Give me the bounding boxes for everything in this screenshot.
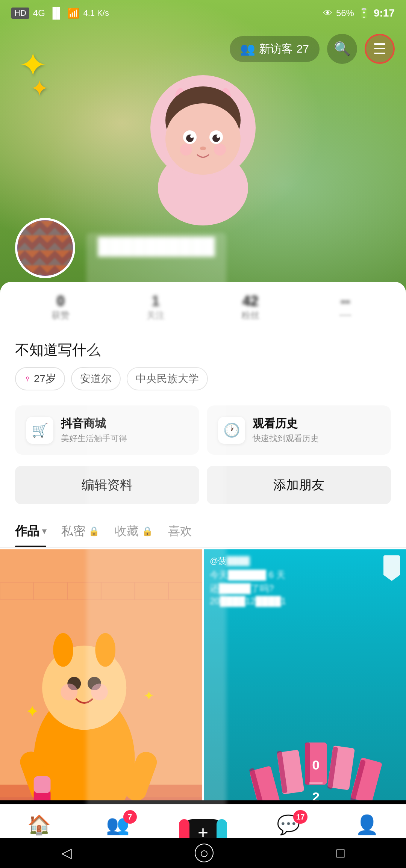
recent-button[interactable]: □	[336, 845, 345, 861]
video-line2: 还█████了吗?	[210, 582, 400, 594]
video-user-tag: @菠████	[210, 555, 400, 567]
history-text: 观看历史 快速找到观看历史	[253, 416, 319, 444]
svg-point-12	[190, 135, 193, 138]
speed-label: 4.1 K/s	[83, 8, 109, 18]
add-friend-button[interactable]: 添加朋友	[207, 466, 391, 504]
svg-point-13	[217, 135, 220, 138]
video-overlay-text: @菠████ 今天██████ 6 天 还█████了吗? 20████12██…	[210, 555, 400, 606]
status-bar: HD 4G ▐▌ 📶 4.1 K/s 👁 56% 🔋 9:17	[0, 0, 406, 26]
time-display: 9:17	[374, 7, 395, 19]
header-overlay: 👥 新访客 27 🔍 ☰	[0, 26, 406, 71]
status-right: 👁 56% 🔋 9:17	[323, 7, 395, 19]
battery-icon: 🔋	[358, 8, 370, 19]
search-button[interactable]: 🔍	[327, 34, 357, 64]
svg-text:—: —	[309, 774, 323, 789]
back-button[interactable]: ◁	[61, 845, 72, 861]
grid-item-video[interactable]: 0 — 2 @菠████ 今天██████ 6 天 还█████了吗? 20██…	[204, 549, 406, 800]
visitor-count: 27	[297, 42, 309, 55]
signal-4g: 4G	[33, 8, 45, 18]
avatar-area	[15, 218, 75, 823]
hd-label: HD	[11, 8, 29, 19]
menu-icon: ☰	[373, 40, 386, 57]
star-decoration-2: ✦	[30, 75, 49, 101]
svg-point-14	[200, 147, 206, 150]
home-icon: 🏠	[27, 814, 51, 836]
svg-text:0: 0	[312, 758, 320, 773]
android-nav-bar: ◁ ○ □	[0, 838, 406, 868]
avatar-image	[17, 220, 73, 276]
messages-badge: 17	[293, 810, 308, 824]
friends-badge: 7	[123, 810, 137, 824]
svg-text:2: 2	[312, 789, 320, 800]
svg-point-16	[214, 144, 226, 156]
status-left: HD 4G ▐▌ 📶 4.1 K/s	[11, 7, 109, 19]
home-button[interactable]: ○	[195, 844, 214, 862]
stat-other[interactable]: -- ----	[300, 293, 391, 321]
battery-percent: 56%	[336, 8, 354, 18]
history-subtitle: 快速找到观看历史	[253, 433, 319, 444]
history-action[interactable]: 🕐 观看历史 快速找到观看历史	[207, 405, 391, 455]
svg-point-7	[165, 103, 241, 175]
visitor-button[interactable]: 👥 新访客 27	[230, 36, 320, 62]
visitor-icon: 👥	[240, 42, 255, 56]
bookmark-icon	[383, 555, 400, 575]
wifi-icon: 📶	[67, 8, 79, 19]
user-name-blurred: ██████████	[86, 233, 226, 823]
video-line3: 20████12████1	[210, 596, 400, 606]
stat-other-number: --	[300, 293, 391, 309]
menu-button[interactable]: ☰	[365, 34, 395, 64]
svg-point-15	[180, 144, 192, 156]
video-line1: 今天██████ 6 天	[210, 569, 400, 581]
eye-icon: 👁	[323, 8, 332, 18]
search-icon: 🔍	[334, 41, 351, 57]
avatar[interactable]	[15, 218, 75, 278]
history-title: 观看历史	[253, 416, 319, 431]
profile-icon: 👤	[355, 814, 379, 836]
signal-bars: ▐▌	[49, 7, 64, 19]
stat-other-label: ----	[300, 309, 391, 320]
visitor-label: 新访客	[259, 41, 293, 57]
